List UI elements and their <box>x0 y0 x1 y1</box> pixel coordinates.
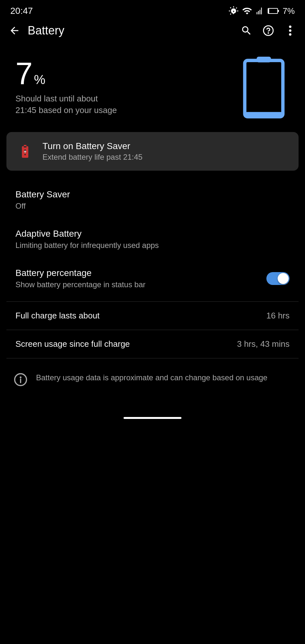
full-charge-row: Full charge lasts about 16 hrs <box>0 302 305 330</box>
bottom-bar <box>124 417 181 419</box>
battery-status-percent: 7% <box>282 6 295 16</box>
search-button[interactable] <box>238 22 255 39</box>
footer-note-text: Battery usage data is approximate and ca… <box>36 372 267 384</box>
alarm-icon <box>228 6 239 16</box>
battery-percentage-subtitle: Show battery percentage in status bar <box>15 280 145 289</box>
svg-text:+: + <box>24 149 26 154</box>
toolbar-actions <box>238 22 299 39</box>
more-options-button[interactable] <box>282 22 299 39</box>
battery-percentage-toggle[interactable] <box>266 272 290 285</box>
battery-saver-card-icon: + <box>17 143 33 160</box>
svg-point-7 <box>289 33 291 36</box>
battery-info: 7 % Should last until about21:45 based o… <box>15 58 238 116</box>
back-button[interactable] <box>6 23 23 39</box>
signal-icon <box>255 6 264 15</box>
adaptive-battery-title: Adaptive Battery <box>15 229 81 239</box>
status-icons: 7% <box>228 6 295 16</box>
battery-saver-row: Battery Saver <box>15 189 290 200</box>
footer-note: Battery usage data is approximate and ca… <box>0 362 305 398</box>
full-charge-label: Full charge lasts about <box>15 311 100 321</box>
adaptive-battery-item[interactable]: Adaptive Battery Limiting battery for in… <box>0 220 305 259</box>
battery-saver-card-subtitle: Extend battery life past 21:45 <box>42 153 143 162</box>
toolbar: Battery <box>0 19 305 45</box>
battery-percentage-row: Battery percentage Show battery percenta… <box>15 268 290 289</box>
wifi-icon <box>242 6 252 16</box>
toggle-knob <box>278 273 289 284</box>
svg-point-6 <box>289 29 291 32</box>
page-title: Battery <box>28 24 238 37</box>
settings-list: Battery Saver Off Adaptive Battery Limit… <box>0 177 305 301</box>
battery-saver-card-title: Turn on Battery Saver <box>42 141 143 151</box>
screen-usage-row: Screen usage since full charge 3 hrs, 43… <box>0 330 305 358</box>
battery-summary: 7 % Should last until about21:45 based o… <box>0 45 305 132</box>
battery-percent-sign: % <box>34 72 45 87</box>
battery-icon-container <box>238 55 290 119</box>
battery-estimate: Should last until about21:45 based on yo… <box>15 93 238 116</box>
battery-saver-subtitle: Off <box>15 202 290 211</box>
battery-percentage: 7 <box>15 58 32 89</box>
battery-percent-row: 7 % <box>15 58 238 89</box>
svg-rect-9 <box>257 57 271 62</box>
screen-usage-label: Screen usage since full charge <box>15 339 130 349</box>
status-bar: 20:47 7% <box>0 0 305 19</box>
adaptive-battery-subtitle: Limiting battery for infrequently used a… <box>15 241 290 250</box>
adaptive-battery-row: Adaptive Battery <box>15 229 290 239</box>
full-charge-value: 16 hrs <box>266 311 290 321</box>
svg-rect-2 <box>268 9 269 13</box>
status-battery-icon <box>268 7 279 14</box>
status-time: 20:47 <box>10 6 33 16</box>
help-button[interactable] <box>260 22 277 39</box>
svg-point-5 <box>289 25 291 28</box>
battery-large-icon <box>240 55 288 119</box>
battery-percentage-text: Battery percentage Show battery percenta… <box>15 268 145 289</box>
battery-saver-card[interactable]: + Turn on Battery Saver Extend battery l… <box>6 132 299 171</box>
svg-rect-8 <box>245 61 283 117</box>
divider-3 <box>6 358 299 358</box>
svg-rect-0 <box>268 8 278 14</box>
battery-saver-title: Battery Saver <box>15 189 70 200</box>
svg-rect-10 <box>246 112 282 116</box>
battery-percentage-title: Battery percentage <box>15 268 145 278</box>
screen-usage-value: 3 hrs, 43 mins <box>237 339 290 349</box>
battery-saver-card-text: Turn on Battery Saver Extend battery lif… <box>42 141 143 162</box>
bottom-indicator <box>0 411 305 425</box>
svg-rect-1 <box>278 10 279 12</box>
info-icon <box>13 372 28 387</box>
battery-saver-item[interactable]: Battery Saver Off <box>0 180 305 220</box>
battery-percentage-item[interactable]: Battery percentage Show battery percenta… <box>0 259 305 298</box>
